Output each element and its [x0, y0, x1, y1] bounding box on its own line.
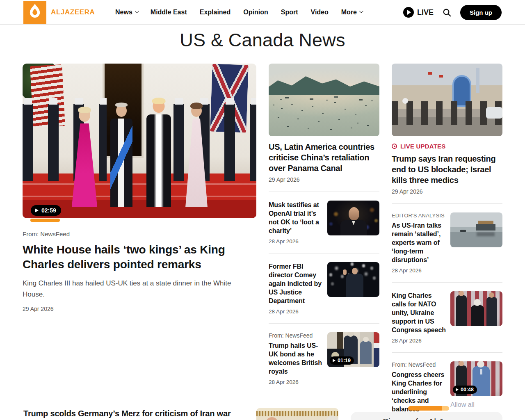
ships-shape — [285, 97, 289, 98]
story-list: EDITOR'S ANALYSIS As US-Iran talks remai… — [392, 203, 502, 420]
story-thumbnail[interactable] — [450, 291, 502, 326]
nav-item-explained[interactable]: Explained — [200, 9, 231, 16]
signup-card[interactable]: Sign up for Al Jazeera — [351, 412, 502, 420]
story-thumbnail[interactable] — [269, 64, 379, 136]
article-title[interactable]: Musk testifies at OpenAI trial it’s not … — [269, 201, 324, 235]
play-triangle-icon — [456, 388, 459, 391]
nav-item-opinion[interactable]: Opinion — [243, 9, 268, 16]
comey-hearing-illustration — [327, 262, 379, 297]
garland-shape — [281, 418, 318, 420]
article-title[interactable]: As US-Iran talks remain ‘stalled’, exper… — [392, 221, 447, 264]
main-nav: News Middle East Explained Opinion Sport… — [115, 0, 362, 25]
headscarf-shape — [402, 98, 408, 104]
aljazeera-logo[interactable] — [23, 1, 46, 24]
uk-flag-shape — [374, 332, 379, 367]
flame-icon — [28, 3, 42, 21]
flag-shape — [439, 75, 443, 78]
article-title[interactable]: US, Latin America countries criticise Ch… — [269, 142, 379, 173]
mountains-shape — [269, 74, 379, 95]
story-thumbnail[interactable] — [450, 212, 502, 247]
column-right: LIVE UPDATES Trump says Iran requesting … — [392, 64, 502, 420]
congress-speech-illustration — [450, 291, 502, 326]
panama-bay-illustration — [269, 64, 379, 136]
article-kicker: From: NewsFeed — [392, 361, 447, 368]
nav-item-sport[interactable]: Sport — [281, 9, 298, 16]
article-kicker: From: NewsFeed — [269, 332, 324, 339]
state-dinner-illustration — [23, 64, 256, 218]
play-triangle-icon — [333, 359, 336, 362]
johnson-figure-shape — [486, 297, 497, 326]
play-triangle-icon — [35, 208, 39, 212]
story-thumbnail[interactable] — [392, 64, 502, 136]
boats-shape — [273, 105, 274, 105]
lead-thumbnail[interactable]: 02:59 — [23, 64, 256, 218]
vance-figure-shape — [456, 295, 467, 326]
editors-analysis-kicker: EDITOR'S ANALYSIS — [392, 212, 447, 219]
signup-progress — [408, 406, 449, 411]
header-actions: LIVE Sign up — [403, 0, 502, 25]
story-list: Musk testifies at OpenAI trial it’s not … — [269, 192, 379, 394]
article-date: 28 Apr 2026 — [269, 379, 324, 385]
boat-shape — [460, 230, 466, 232]
article-title[interactable]: Former FBI director Comey again indicted… — [269, 262, 324, 305]
article-excerpt: King Charles III has hailed US-UK ties a… — [23, 278, 247, 300]
article-date: 29 Apr 2026 — [23, 306, 256, 312]
bottom-thumbnail[interactable] — [256, 408, 338, 420]
nav-item-news[interactable]: News — [115, 9, 138, 16]
king-figure-shape — [471, 305, 484, 326]
page-title: US & Canada News — [0, 30, 525, 51]
article-title[interactable]: King Charles calls for NATO unity, Ukrai… — [392, 291, 447, 334]
melania-figure — [183, 119, 210, 207]
nav-item-video[interactable]: Video — [311, 9, 329, 16]
brand-wordmark[interactable]: ALJAZEERA — [51, 8, 95, 16]
video-duration-badge: 02:59 — [31, 205, 61, 216]
ship-shape — [476, 224, 495, 231]
story-card[interactable]: Musk testifies at OpenAI trial it’s not … — [269, 192, 379, 253]
face-shape — [349, 207, 359, 220]
minaret-shape — [476, 68, 479, 93]
flag-shape — [428, 72, 432, 75]
search-icon[interactable] — [442, 8, 452, 17]
palace-room-illustration — [256, 408, 338, 420]
story-card[interactable]: Former FBI director Comey again indicted… — [269, 253, 379, 323]
story-thumbnail[interactable] — [327, 201, 379, 235]
nav-item-middle-east[interactable]: Middle East — [151, 9, 187, 16]
story-thumbnail[interactable] — [327, 262, 379, 297]
gold-frieze-shape — [256, 411, 338, 416]
article-date: 28 Apr 2026 — [269, 238, 324, 244]
article-date: 28 Apr 2026 — [392, 267, 447, 274]
article-title[interactable]: Trump says Iran requesting end to US blo… — [392, 153, 502, 185]
chevron-down-icon — [359, 9, 363, 13]
live-button[interactable]: LIVE — [403, 7, 434, 18]
article-date: 28 Apr 2026 — [269, 308, 324, 315]
article-date: 29 Apr 2026 — [392, 188, 502, 195]
article-date: 29 Apr 2026 — [269, 176, 379, 183]
nav-item-more[interactable]: More — [341, 9, 362, 16]
cargo-ship-illustration — [450, 212, 502, 247]
story-thumbnail[interactable]: 01:19 — [327, 332, 379, 367]
column-middle: US, Latin America countries criticise Ch… — [269, 64, 379, 394]
lead-article: 02:59 From: NewsFeed White House hails ‘… — [23, 64, 256, 312]
article-title[interactable]: Trump hails US-UK bond as he welcomes Br… — [269, 341, 324, 376]
article-date: 28 Apr 2026 — [392, 338, 447, 344]
story-thumbnail[interactable]: 00:48 — [450, 361, 502, 396]
story-card[interactable]: EDITOR'S ANALYSIS As US-Iran talks remai… — [392, 204, 502, 282]
suit-shape — [340, 220, 367, 235]
watch-progress-bar — [30, 219, 60, 222]
consent-allow-link[interactable]: Allow all — [450, 401, 502, 409]
car-shape — [486, 107, 502, 119]
site-header: ALJAZEERA News Middle East Explained Opi… — [0, 0, 525, 25]
musk-illustration — [327, 201, 379, 235]
live-dot-icon — [392, 144, 397, 149]
story-card[interactable]: From: NewsFeed Trump hails US-UK bond as… — [269, 323, 379, 394]
article-title[interactable]: White House hails ‘two kings’ as King Ch… — [23, 242, 230, 272]
iran-street-illustration — [392, 64, 502, 136]
video-duration-badge: 01:19 — [330, 356, 354, 365]
sworn-figure-shape — [346, 274, 363, 297]
play-icon — [403, 7, 414, 18]
article-kicker: From: NewsFeed — [23, 231, 256, 237]
bottom-headline[interactable]: Trump scolds Germany’s Merz for criticis… — [23, 409, 231, 418]
signup-button[interactable]: Sign up — [460, 5, 502, 20]
live-updates-badge: LIVE UPDATES — [392, 143, 502, 150]
story-card[interactable]: King Charles calls for NATO unity, Ukrai… — [392, 282, 502, 352]
